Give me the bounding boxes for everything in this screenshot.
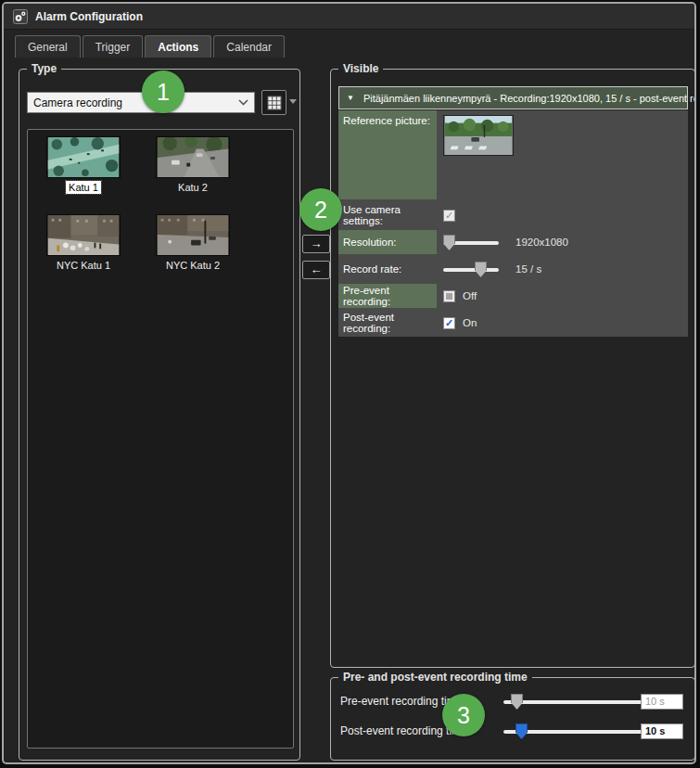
- post-event-recording-checkbox[interactable]: [443, 317, 455, 329]
- alarm-config-icon: [13, 9, 28, 24]
- camera-thumbnail-nyc-katu-2: [156, 214, 230, 256]
- annotation-number: 3: [457, 702, 470, 729]
- camera-thumbnail-katu-1: [46, 136, 121, 178]
- camera-label: Katu 1: [66, 181, 101, 194]
- pre-event-time-slider-handle[interactable]: [511, 694, 523, 710]
- post-event-recording-label: Post-event recording:: [338, 311, 437, 335]
- annotation-callout-3: 3: [442, 694, 485, 736]
- use-camera-settings-checkbox[interactable]: [443, 210, 455, 222]
- action-type-value: Camera recording: [33, 96, 238, 109]
- tab-trigger[interactable]: Trigger: [83, 35, 144, 58]
- remove-camera-button[interactable]: ←: [302, 261, 330, 279]
- recording-time-legend: Pre- and post-event recording time: [338, 671, 532, 684]
- window-title: Alarm Configuration: [35, 10, 143, 23]
- layout-dropdown-arrow-icon[interactable]: [289, 99, 297, 104]
- resolution-label: Resolution:: [338, 230, 437, 254]
- visible-panel: Visible ▼ Pitäjänmäen liikenneympyrä - R…: [330, 69, 695, 668]
- use-camera-settings-label: Use camera settings:: [338, 203, 437, 227]
- action-type-dropdown[interactable]: Camera recording: [27, 92, 255, 113]
- alarm-configuration-window: Alarm Configuration General Trigger Acti…: [2, 2, 696, 764]
- camera-item-nyc-katu-1[interactable]: NYC Katu 1: [45, 214, 122, 273]
- arrow-right-icon: →: [311, 237, 323, 250]
- pre-event-recording-checkbox[interactable]: [443, 290, 455, 302]
- chevron-down-icon: [238, 99, 248, 106]
- tab-bar: General Trigger Actions Calendar: [15, 35, 285, 58]
- reference-picture-row: Reference picture:: [338, 110, 688, 199]
- title-bar: Alarm Configuration: [4, 4, 694, 30]
- record-rate-value: 15 / s: [515, 263, 541, 275]
- record-rate-row: Record rate: 15 / s: [338, 257, 688, 281]
- annotation-number: 1: [157, 79, 170, 106]
- record-rate-slider-track[interactable]: [443, 268, 499, 272]
- camera-settings-header[interactable]: ▼ Pitäjänmäen liikenneympyrä - Recording…: [338, 86, 688, 109]
- add-camera-button[interactable]: →: [302, 235, 330, 253]
- reference-picture-label: Reference picture:: [338, 110, 437, 199]
- camera-thumbnail-katu-2: [156, 136, 230, 178]
- type-panel-legend: Type: [27, 62, 61, 75]
- grid-layout-icon: [267, 96, 282, 110]
- pre-event-time-slider-track[interactable]: [503, 700, 650, 704]
- visible-panel-legend: Visible: [338, 62, 383, 75]
- record-rate-slider-handle[interactable]: [475, 262, 487, 277]
- resolution-slider[interactable]: [443, 234, 499, 250]
- camera-label: NYC Katu 1: [54, 259, 113, 272]
- resolution-row: Resolution: 1920x1080: [338, 230, 688, 254]
- camera-label: Katu 2: [175, 181, 210, 194]
- camera-settings-rows: Reference picture:: [338, 110, 688, 337]
- pre-event-time-slider[interactable]: [503, 693, 650, 710]
- camera-label: NYC Katu 2: [163, 259, 223, 272]
- post-event-time-slider[interactable]: [503, 723, 650, 739]
- tab-calendar[interactable]: Calendar: [213, 35, 285, 58]
- post-event-recording-row: Post-event recording: On: [338, 311, 688, 335]
- annotation-callout-1: 1: [142, 70, 185, 113]
- collapse-triangle-icon: ▼: [347, 94, 354, 102]
- post-event-recording-state: On: [463, 317, 477, 328]
- thumbnail-layout-button[interactable]: [261, 90, 286, 115]
- pre-event-recording-label: Pre-event recording:: [338, 284, 437, 308]
- pre-event-time-field[interactable]: [641, 694, 683, 710]
- record-rate-label: Record rate:: [338, 257, 437, 281]
- resolution-slider-handle[interactable]: [443, 235, 455, 250]
- post-event-time-field[interactable]: [641, 723, 683, 739]
- type-panel: Type Camera recording: [19, 69, 300, 761]
- record-rate-slider[interactable]: [443, 261, 499, 277]
- recording-time-panel: Pre- and post-event recording time Pre-e…: [330, 677, 695, 761]
- camera-thumbnail-nyc-katu-1: [46, 214, 121, 256]
- reference-picture-thumbnail: [443, 115, 514, 156]
- camera-item-katu-1[interactable]: Katu 1: [45, 136, 122, 195]
- camera-settings-header-text: Pitäjänmäen liikenneympyrä - Recording:1…: [363, 93, 696, 104]
- use-camera-settings-row: Use camera settings:: [338, 203, 688, 227]
- pre-event-recording-state: Off: [463, 290, 477, 301]
- camera-list: Katu 1 Katu 2: [27, 129, 294, 749]
- post-event-time-slider-handle[interactable]: [515, 723, 528, 739]
- pre-event-recording-row: Pre-event recording: Off: [338, 284, 688, 308]
- arrow-left-icon: ←: [311, 262, 323, 276]
- pre-event-time-row: Pre-event recording time: [340, 693, 687, 710]
- tab-actions[interactable]: Actions: [145, 35, 211, 58]
- screenshot-stage: Alarm Configuration General Trigger Acti…: [0, 0, 700, 768]
- tab-general[interactable]: General: [15, 35, 81, 58]
- camera-item-katu-2[interactable]: Katu 2: [154, 136, 232, 195]
- annotation-number: 2: [314, 197, 327, 224]
- camera-item-nyc-katu-2[interactable]: NYC Katu 2: [154, 214, 232, 273]
- post-event-time-row: Post-event recording time: [340, 723, 687, 739]
- resolution-value: 1920x1080: [515, 237, 568, 248]
- annotation-callout-2: 2: [299, 188, 342, 231]
